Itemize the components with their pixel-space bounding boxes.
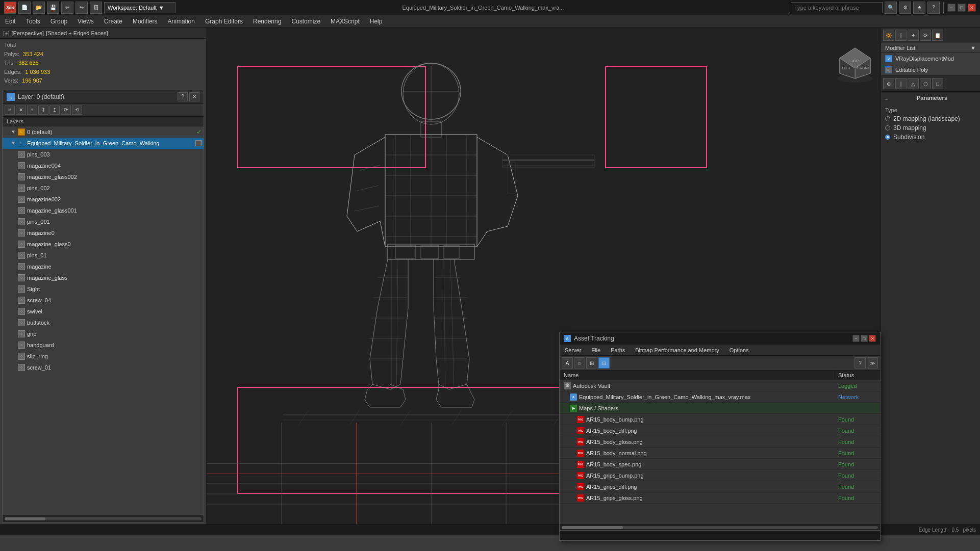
layer-list-button[interactable]: ≡ bbox=[5, 106, 15, 115]
list-item[interactable]: ○ swivel bbox=[3, 306, 204, 317]
rp-btn-5[interactable]: 📋 bbox=[932, 30, 943, 41]
layer-scrollbar[interactable] bbox=[3, 515, 204, 522]
list-item[interactable]: ○ buttstock bbox=[3, 317, 204, 328]
layer-item-default[interactable]: ▼ L 0 (default) ✓ bbox=[3, 126, 204, 138]
menu-group[interactable]: Group bbox=[45, 15, 72, 28]
list-item[interactable]: ○ slip_ring bbox=[3, 351, 204, 362]
layer-down-button[interactable]: ↧ bbox=[38, 106, 48, 115]
asset-row-png1[interactable]: PNG AR15_body_bump.png Found bbox=[560, 414, 880, 425]
list-item[interactable]: ○ magazine_glass bbox=[3, 272, 204, 283]
layer-delete-button[interactable]: ✕ bbox=[16, 106, 26, 115]
asset-row-png2[interactable]: PNG AR15_body_diff.png Found bbox=[560, 425, 880, 436]
close-button[interactable]: ✕ bbox=[968, 4, 976, 12]
rp-btn-2[interactable]: | bbox=[895, 30, 907, 41]
new-button[interactable]: 📄 bbox=[18, 2, 31, 14]
layer-collapse-button[interactable]: ⟲ bbox=[72, 106, 82, 115]
asset-row-png6[interactable]: PNG AR15_grips_bump.png Found bbox=[560, 470, 880, 481]
asset-row-vault[interactable]: 🏛 Autodesk Vault Logged bbox=[560, 380, 880, 391]
asset-tb-btn-1[interactable]: A bbox=[562, 357, 573, 369]
radio-3d[interactable] bbox=[885, 125, 890, 130]
menu-tools[interactable]: Tools bbox=[21, 15, 45, 28]
menu-customize[interactable]: Customize bbox=[286, 15, 325, 28]
search-input[interactable] bbox=[791, 2, 883, 13]
radio-2d[interactable] bbox=[885, 116, 890, 121]
rp-btn-4[interactable]: ⟳ bbox=[920, 30, 931, 41]
list-item[interactable]: ○ magazine_glass0 bbox=[3, 239, 204, 250]
bookmark-button[interactable]: ★ bbox=[913, 2, 925, 14]
app-icon[interactable]: 3ds bbox=[4, 2, 16, 14]
save-button[interactable]: 💾 bbox=[47, 2, 59, 14]
asset-table-body[interactable]: 🏛 Autodesk Vault Logged 3 Equipped_Milit… bbox=[560, 380, 880, 524]
list-item[interactable]: ○ magazine_glass002 bbox=[3, 171, 204, 182]
layer-refresh-button[interactable]: ⟳ bbox=[61, 106, 71, 115]
type-option-3[interactable]: Subdivision bbox=[885, 134, 976, 141]
layer-item-soldier[interactable]: ▼ L Equipped_Military_Soldier_in_Green_C… bbox=[3, 138, 204, 149]
list-item[interactable]: ○ pins_01 bbox=[3, 250, 204, 261]
rp-btn-3[interactable]: ✦ bbox=[908, 30, 919, 41]
asset-row-png8[interactable]: PNG AR15_grips_gloss.png Found bbox=[560, 492, 880, 504]
asset-close-btn[interactable]: ✕ bbox=[869, 335, 876, 342]
nav-cube[interactable]: TOP FRONT LEFT bbox=[835, 43, 875, 84]
menu-views[interactable]: Views bbox=[72, 15, 99, 28]
asset-tb-btn-5[interactable]: ≫ bbox=[867, 357, 878, 369]
menu-maxscript[interactable]: MAXScript bbox=[325, 15, 365, 28]
asset-row-maxfile[interactable]: 3 Equipped_Military_Soldier_in_Green_Cam… bbox=[560, 391, 880, 403]
undo-button[interactable]: ↩ bbox=[61, 2, 73, 14]
list-item[interactable]: ○ magazine002 bbox=[3, 194, 204, 205]
search-button[interactable]: 🔍 bbox=[885, 2, 897, 14]
asset-tb-btn-2[interactable]: ≡ bbox=[574, 357, 585, 369]
help-button[interactable]: ? bbox=[927, 2, 940, 14]
rp2-btn-1[interactable]: ⊕ bbox=[883, 78, 894, 89]
asset-maximize-btn[interactable]: □ bbox=[861, 335, 868, 342]
list-item[interactable]: ○ grip bbox=[3, 328, 204, 339]
asset-row-png3[interactable]: PNG AR15_body_gloss.png Found bbox=[560, 436, 880, 448]
asset-row-maps[interactable]: ▶ Maps / Shaders bbox=[560, 403, 880, 414]
asset-tb-btn-help[interactable]: ? bbox=[855, 357, 866, 369]
radio-subdivision[interactable] bbox=[885, 135, 890, 140]
menu-create[interactable]: Create bbox=[99, 15, 128, 28]
asset-menu-paths[interactable]: Paths bbox=[606, 346, 630, 354]
list-item[interactable]: ○ Sight bbox=[3, 283, 204, 295]
rp2-btn-2[interactable]: | bbox=[895, 78, 907, 89]
screenshot-button[interactable]: 🖼 bbox=[90, 2, 102, 14]
asset-row-png7[interactable]: PNG AR15_grips_diff.png Found bbox=[560, 481, 880, 492]
list-item[interactable]: ○ screw_01 bbox=[3, 362, 204, 373]
rp-btn-1[interactable]: 🔆 bbox=[883, 30, 894, 41]
layer-add-button[interactable]: + bbox=[27, 106, 37, 115]
rp2-btn-4[interactable]: ⬡ bbox=[920, 78, 931, 89]
open-button[interactable]: 📂 bbox=[33, 2, 45, 14]
layer-help-button[interactable]: ? bbox=[178, 92, 188, 101]
asset-menu-bitmap[interactable]: Bitmap Performance and Memory bbox=[630, 346, 724, 354]
layers-list[interactable]: ▼ L 0 (default) ✓ ▼ L Equipped_Military_… bbox=[3, 126, 204, 515]
minimize-button[interactable]: − bbox=[947, 4, 956, 12]
redo-button[interactable]: ↪ bbox=[76, 2, 88, 14]
menu-rendering[interactable]: Rendering bbox=[248, 15, 286, 28]
list-item[interactable]: ○ pins_002 bbox=[3, 182, 204, 194]
rp2-btn-5[interactable]: □ bbox=[932, 78, 943, 89]
menu-animation[interactable]: Animation bbox=[163, 15, 200, 28]
menu-edit[interactable]: Edit bbox=[0, 15, 21, 28]
layer-close-button[interactable]: ✕ bbox=[189, 92, 199, 101]
menu-modifiers[interactable]: Modifiers bbox=[128, 15, 163, 28]
asset-horizontal-scrollbar[interactable] bbox=[560, 524, 880, 530]
modifier-editable-poly[interactable]: E Editable Poly bbox=[881, 64, 980, 75]
asset-menu-server[interactable]: Server bbox=[560, 346, 586, 354]
maximize-button[interactable]: □ bbox=[958, 4, 966, 12]
rp2-btn-3[interactable]: △ bbox=[908, 78, 919, 89]
asset-minimize-btn[interactable]: − bbox=[852, 335, 860, 342]
menu-graph-editors[interactable]: Graph Editors bbox=[200, 15, 248, 28]
modifier-vray[interactable]: V VRayDisplacementMod bbox=[881, 53, 980, 64]
menu-help[interactable]: Help bbox=[365, 15, 388, 28]
type-option-2[interactable]: 3D mapping bbox=[885, 124, 976, 132]
asset-tb-btn-4[interactable]: ⊟ bbox=[598, 357, 610, 369]
list-item[interactable]: ○ magazine004 bbox=[3, 160, 204, 171]
asset-menu-file[interactable]: File bbox=[586, 346, 606, 354]
list-item[interactable]: ○ magazine_glass001 bbox=[3, 205, 204, 216]
type-option-1[interactable]: 2D mapping (landscape) bbox=[885, 115, 976, 122]
workspace-dropdown[interactable]: Workspace: Default ▼ bbox=[104, 2, 175, 13]
list-item[interactable]: ○ magazine bbox=[3, 261, 204, 272]
asset-row-png5[interactable]: PNG AR15_body_spec.png Found bbox=[560, 459, 880, 470]
list-item[interactable]: ○ magazine0 bbox=[3, 227, 204, 239]
asset-input-bar[interactable] bbox=[560, 530, 880, 540]
list-item[interactable]: ○ pins_001 bbox=[3, 216, 204, 227]
